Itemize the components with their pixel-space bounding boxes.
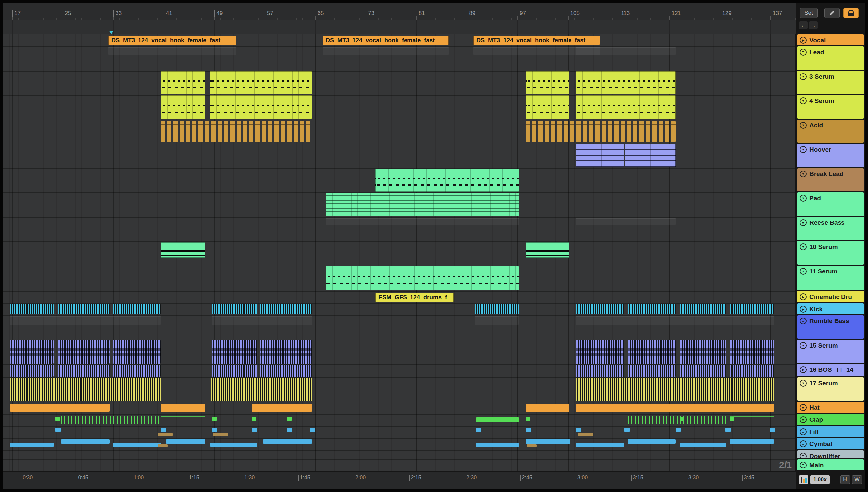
clip[interactable] — [628, 416, 726, 424]
clip[interactable] — [576, 144, 624, 167]
lines-icon[interactable]: ≡ — [800, 404, 807, 411]
track-header-17-serum[interactable]: ▼17 Serum — [797, 377, 864, 401]
draw-tool-button[interactable] — [824, 8, 840, 18]
collapse-icon[interactable]: ▼ — [800, 73, 807, 80]
clip[interactable] — [61, 416, 161, 424]
clip[interactable] — [576, 365, 625, 377]
track-header-16-bos-tt-14[interactable]: ▶16 BOS_TT_14 — [797, 364, 864, 376]
clip[interactable] — [526, 242, 569, 257]
clip[interactable] — [158, 433, 172, 436]
clip[interactable] — [166, 439, 205, 444]
bar-ruler[interactable]: 1725334149576573818997105113121129137 — [3, 3, 796, 20]
clip[interactable] — [113, 340, 161, 364]
play-icon[interactable]: ▶ — [800, 305, 807, 313]
clip[interactable] — [680, 443, 726, 447]
track-header-clap[interactable]: ≡Clap — [797, 414, 864, 425]
clip[interactable] — [252, 428, 257, 432]
clip[interactable] — [729, 439, 774, 444]
clip[interactable] — [55, 428, 61, 432]
mixer-meter-icon[interactable] — [799, 475, 808, 484]
clip[interactable] — [628, 439, 676, 444]
clip[interactable] — [526, 95, 569, 119]
clip-label[interactable]: DS_MT3_124_vocal_hook_female_fast — [323, 36, 449, 45]
clip[interactable] — [10, 316, 161, 325]
clip[interactable] — [161, 428, 166, 432]
clip[interactable] — [212, 340, 257, 364]
lines-icon[interactable]: ≡ — [800, 428, 807, 435]
clip-label[interactable]: DS_MT3_124_vocal_hook_female_fast — [473, 36, 600, 45]
clip[interactable] — [113, 304, 161, 314]
nav-left-button[interactable]: ← — [799, 21, 808, 29]
clip[interactable] — [10, 365, 54, 377]
collapse-icon[interactable]: ▼ — [800, 122, 807, 129]
width-zoom-button[interactable]: W — [852, 475, 862, 484]
clip[interactable] — [260, 304, 312, 314]
clip[interactable] — [576, 316, 774, 325]
clip[interactable] — [57, 304, 110, 314]
clip[interactable] — [158, 444, 168, 447]
track-header-rumble-bass[interactable]: ≡Rumble Bass — [797, 315, 864, 339]
clip[interactable] — [475, 316, 519, 325]
clip[interactable] — [576, 71, 676, 94]
loop-start-marker-icon[interactable] — [109, 31, 114, 34]
lines-icon[interactable]: ≡ — [800, 49, 807, 56]
clip[interactable] — [476, 443, 519, 447]
track-header-break-lead[interactable]: ▼Break Lead — [797, 168, 864, 191]
clip[interactable] — [55, 417, 60, 421]
zoom-level-button[interactable]: 1.00x — [811, 475, 829, 484]
play-icon[interactable]: ▶ — [800, 37, 807, 44]
clip[interactable] — [576, 403, 774, 412]
clip[interactable] — [263, 439, 312, 444]
clip[interactable] — [212, 365, 257, 377]
nav-right-button[interactable]: → — [809, 21, 818, 29]
clip[interactable] — [310, 428, 315, 432]
track-header-15-serum[interactable]: ▼15 Serum — [797, 340, 864, 363]
lock-button[interactable] — [843, 8, 859, 18]
collapse-icon[interactable]: ▼ — [800, 268, 807, 275]
clip[interactable] — [729, 416, 774, 417]
clip[interactable] — [323, 47, 449, 55]
collapse-icon[interactable]: ▼ — [800, 195, 807, 202]
clip[interactable] — [729, 365, 774, 377]
track-header-pad[interactable]: ▼Pad — [797, 192, 864, 216]
clip[interactable] — [161, 121, 312, 142]
clip[interactable] — [287, 417, 291, 421]
height-zoom-button[interactable]: H — [840, 475, 850, 484]
clip[interactable] — [260, 365, 312, 377]
clip-label[interactable]: ESM_GFS_124_drums_f — [375, 293, 453, 302]
clip[interactable] — [211, 378, 312, 401]
lines-icon[interactable]: ≡ — [800, 219, 807, 226]
clip[interactable] — [628, 340, 676, 364]
clip-label[interactable]: DS_MT3_124_vocal_hook_female_fast — [108, 36, 236, 45]
clip[interactable] — [526, 71, 569, 94]
clip[interactable] — [576, 95, 676, 119]
track-header-cymbal[interactable]: ≡Cymbal — [797, 438, 864, 449]
clip[interactable] — [252, 417, 256, 421]
collapse-icon[interactable]: ▼ — [800, 380, 807, 387]
collapse-icon[interactable]: ▼ — [800, 243, 807, 250]
clip[interactable] — [212, 417, 217, 421]
clip[interactable] — [212, 316, 312, 325]
clip[interactable] — [729, 304, 774, 314]
track-header-downlifter[interactable]: ≡Downlifter — [797, 450, 864, 458]
clip[interactable] — [526, 428, 531, 432]
clip[interactable] — [108, 47, 236, 55]
lines-icon[interactable]: ≡ — [800, 416, 807, 423]
lines-icon[interactable]: ≡ — [800, 452, 807, 458]
clip[interactable] — [576, 378, 774, 401]
clip[interactable] — [680, 340, 726, 364]
track-header-hat[interactable]: ≡Hat — [797, 402, 864, 413]
track-header-hoover[interactable]: ▼Hoover — [797, 144, 864, 167]
track-header-main[interactable]: ≡Main — [797, 459, 864, 470]
clip[interactable] — [113, 443, 161, 447]
clip[interactable] — [680, 417, 684, 421]
clip[interactable] — [10, 378, 161, 401]
clip[interactable] — [625, 144, 676, 167]
lines-icon[interactable]: ≡ — [800, 318, 807, 324]
clip[interactable] — [161, 403, 205, 412]
track-header-cinematic-dru[interactable]: ▶Cinematic Dru — [797, 291, 864, 302]
clip[interactable] — [680, 304, 726, 314]
collapse-icon[interactable]: ▼ — [800, 171, 807, 177]
collapse-icon[interactable]: ▼ — [800, 97, 807, 104]
clip[interactable] — [326, 266, 519, 290]
